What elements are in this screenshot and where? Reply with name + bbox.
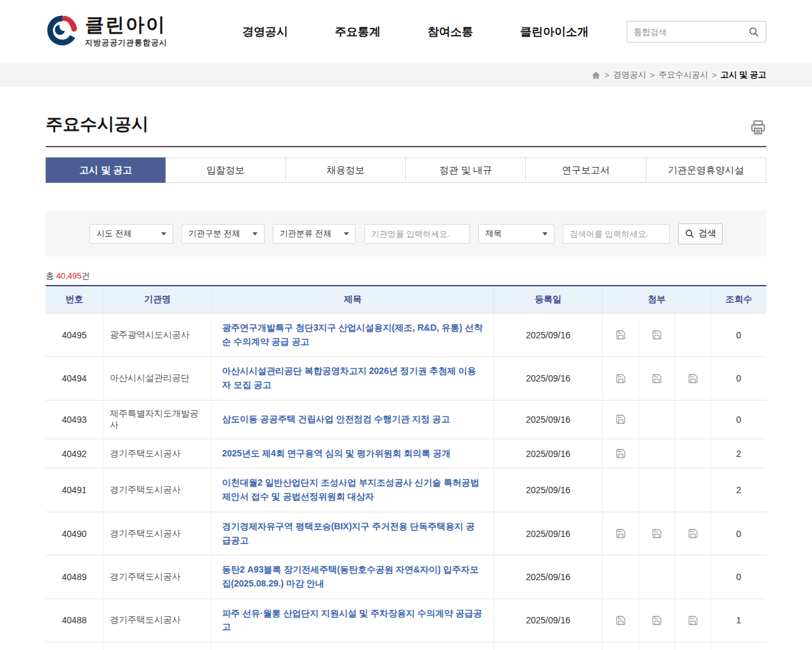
attachment-cell — [639, 357, 675, 399]
org-type-select-value: 기관구분 전체 — [188, 228, 240, 239]
attachment-cell — [675, 555, 711, 598]
org-name: 아산시시설관리공단 — [103, 357, 212, 399]
attachment-cell — [603, 314, 639, 356]
search-button-label: 검색 — [698, 228, 716, 239]
home-icon[interactable] — [591, 70, 601, 80]
org-category-select-value: 기관분류 전체 — [280, 228, 332, 239]
attachment-icon[interactable] — [615, 329, 626, 340]
attachment-cell — [639, 512, 675, 555]
attachment-icon[interactable] — [652, 528, 662, 539]
nav-item-about[interactable]: 클린아이소개 — [520, 24, 589, 39]
attachment-cell — [603, 642, 639, 650]
logo-subtitle: 지방공공기관통합공시 — [85, 37, 167, 48]
nav-item-management-disclosure[interactable]: 경영공시 — [242, 24, 288, 39]
view-count: 0 — [711, 512, 766, 555]
tab-articles-rules[interactable]: 정관 및 내규 — [406, 157, 526, 183]
attachment-cell — [603, 599, 639, 642]
view-count: 0 — [711, 314, 766, 356]
row-number: 40489 — [46, 555, 103, 598]
total-count: 총 40,495건 — [46, 270, 766, 282]
attachment-icon[interactable] — [615, 373, 626, 384]
total-count-prefix: 총 — [46, 271, 56, 281]
view-count: 0 — [711, 357, 766, 399]
attachment-icon[interactable] — [615, 448, 626, 459]
government-emblem-icon — [46, 14, 79, 50]
nav-item-key-statistics[interactable]: 주요통계 — [335, 24, 381, 39]
attachment-icon[interactable] — [688, 615, 698, 626]
title-cell: 2025년도 제4회 연구용역 심의 및 평가위원회 회의록 공개 — [212, 439, 494, 468]
table-body: 40495광주광역시도시공사광주연구개발특구 첨단3지구 산업시설용지(제조, … — [46, 313, 766, 650]
breadcrumb-bar: > 경영공시 > 주요수시공시 > 고시 및 공고 — [0, 63, 812, 86]
attachment-cell — [603, 439, 639, 468]
attachment-icon[interactable] — [688, 373, 698, 384]
chevron-down-icon — [542, 232, 547, 235]
notice-title-link[interactable]: 파주 선유·월롱 산업단지 지원시설 및 주차장용지 수의계약 공급공고 — [222, 607, 483, 634]
register-date: 2025/09/16 — [494, 314, 603, 356]
notice-title-link[interactable]: 2025년도 제4회 연구용역 심의 및 평가위원회 회의록 공개 — [222, 447, 450, 461]
main-nav: 경영공시 주요통계 참여소통 클린아이소개 — [242, 24, 589, 39]
view-count: 2 — [711, 468, 766, 511]
notice-title-link[interactable]: 광주연구개발특구 첨단3지구 산업시설용지(제조, R&D, 유통) 선착순 수… — [222, 321, 483, 348]
row-number: 40494 — [46, 357, 103, 399]
attachment-icon[interactable] — [688, 528, 698, 539]
attachment-cell — [639, 555, 675, 598]
org-name-input[interactable] — [364, 224, 470, 244]
col-header-org: 기관명 — [103, 286, 212, 313]
tab-research-reports[interactable]: 연구보고서 — [526, 157, 646, 183]
title-cell: 광주연구개발특구 첨단3지구 산업시설용지(제조, R&D, 유통) 선착순 수… — [212, 314, 494, 356]
attachment-icon[interactable] — [615, 414, 626, 425]
row-number: 40490 — [46, 512, 103, 555]
attachment-cell — [675, 357, 711, 399]
tab-notices[interactable]: 고시 및 공고 — [46, 157, 166, 183]
tab-bidding-info[interactable]: 입찰정보 — [166, 157, 285, 183]
view-count: 0 — [711, 555, 766, 598]
notice-title-link[interactable]: 경기경제자유구역 평택포승(BIX)지구 주거전용 단독주택용지 공급공고 — [222, 520, 483, 547]
col-header-title: 제목 — [212, 286, 494, 313]
attachment-icon[interactable] — [652, 373, 662, 384]
total-count-number: 40,495 — [56, 271, 82, 281]
breadcrumb: > 경영공시 > 주요수시공시 > 고시 및 공고 — [46, 64, 766, 86]
org-name: 경기주택도시공사 — [103, 555, 212, 598]
attachment-icon[interactable] — [652, 329, 662, 340]
tab-recruitment-info[interactable]: 채용정보 — [286, 157, 406, 183]
keyword-input[interactable] — [563, 224, 670, 244]
org-name: 경기주택도시공사 — [103, 468, 212, 511]
search-icon[interactable] — [748, 26, 759, 37]
register-date: 2025/09/16 — [494, 357, 603, 399]
site-logo[interactable]: 클린아이 지방공공기관통합공시 — [46, 14, 167, 50]
attachment-cell — [675, 512, 711, 555]
global-search-box[interactable] — [627, 21, 766, 43]
region-select[interactable]: 시도 전체 — [89, 224, 173, 244]
notice-title-link[interactable]: 동탄2 A93블록 장기전세주택(동탄호수공원 자연&자이) 입주자모집(202… — [222, 563, 483, 590]
search-field-select[interactable]: 제목 — [478, 224, 554, 244]
notice-title-link[interactable]: 아산시시설관리공단 복합공영차고지 2026년 정기권 추첨제 이용자 모집 공… — [222, 364, 483, 392]
attachment-icon[interactable] — [615, 528, 626, 539]
breadcrumb-item-occasional[interactable]: 주요수시공시 — [658, 69, 708, 81]
global-search-input[interactable] — [634, 27, 748, 37]
org-category-select[interactable]: 기관분류 전체 — [273, 224, 356, 244]
tab-recreation-facilities[interactable]: 기관운영휴양시설 — [646, 157, 766, 183]
table-row: 40490경기주택도시공사경기경제자유구역 평택포승(BIX)지구 주거전용 단… — [46, 512, 766, 555]
row-number: 40491 — [46, 468, 103, 511]
nav-item-participation[interactable]: 참여소통 — [428, 24, 473, 39]
print-icon[interactable] — [750, 119, 766, 136]
notice-title-link[interactable]: 이천대월2 일반산업단지 조성사업 부지조성공사 신기술 특허공법 제안서 접수… — [222, 476, 483, 503]
breadcrumb-item-management[interactable]: 경영공시 — [613, 69, 646, 81]
attachment-icon[interactable] — [615, 615, 626, 626]
col-header-attachments: 첨부 — [603, 286, 711, 313]
table-row: 40493제주특별자치도개발공사삼도이동 공공주택 건립사업 안전점검 수행기관… — [46, 400, 766, 439]
breadcrumb-separator: > — [712, 70, 717, 80]
attachment-cell — [639, 314, 675, 356]
org-type-select[interactable]: 기관구분 전체 — [181, 224, 265, 244]
table-row: 40494아산시시설관리공단아산시시설관리공단 복합공영차고지 2026년 정기… — [46, 356, 766, 399]
col-header-date: 등록일 — [494, 286, 603, 313]
org-name: 경기주택도시공사 — [103, 512, 212, 555]
search-button[interactable]: 검색 — [678, 223, 723, 244]
register-date: 2025/09/16 — [494, 642, 603, 650]
title-cell: 이천대월2 일반산업단지 조성사업 부지조성공사 공법선정위원회(초기우수처리시… — [212, 642, 494, 650]
attachment-cell — [675, 468, 711, 511]
attachment-cell — [603, 357, 639, 399]
notice-title-link[interactable]: 삼도이동 공공주택 건립사업 안전점검 수행기관 지정 공고 — [222, 413, 450, 427]
attachment-icon[interactable] — [652, 615, 662, 626]
title-cell: 동탄2 A93블록 장기전세주택(동탄호수공원 자연&자이) 입주자모집(202… — [212, 555, 494, 598]
